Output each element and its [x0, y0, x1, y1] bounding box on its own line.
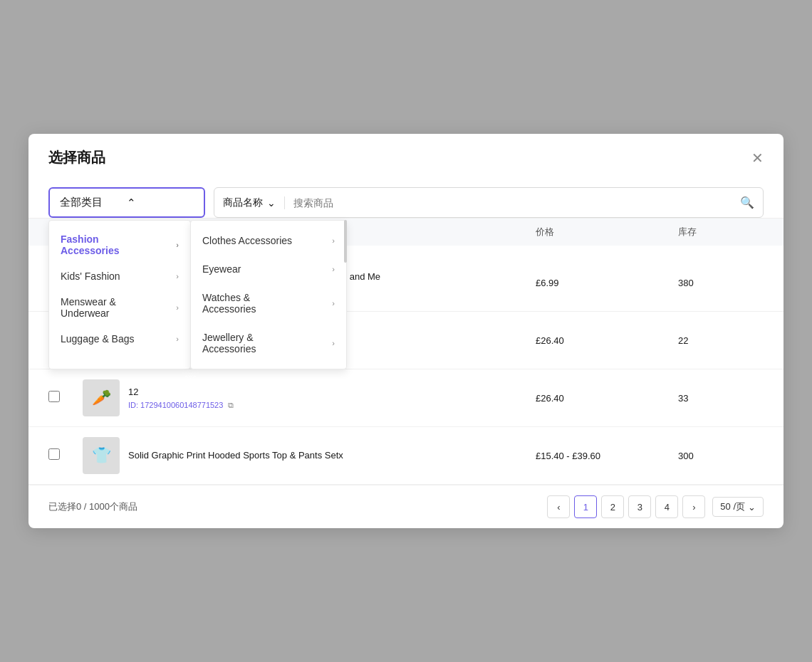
- dropdown-item-label: Watches &Accessories: [202, 292, 256, 315]
- category-dropdown: FashionAccessories › Kids' Fashion › Men…: [48, 220, 347, 369]
- per-page-label: 50 /页: [720, 500, 745, 513]
- search-button[interactable]: 🔍: [740, 196, 754, 209]
- chevron-right-icon: ›: [176, 335, 179, 343]
- category-label: 全部类目: [60, 196, 127, 209]
- dropdown-item-label: Jewellery &Accessories: [202, 332, 256, 354]
- search-type-selector[interactable]: 商品名称 ⌄: [223, 196, 285, 209]
- dropdown-item-clothes-accessories[interactable]: Clothes Accessories ›: [191, 226, 346, 255]
- page-button-3[interactable]: 3: [628, 495, 651, 518]
- page-button-1[interactable]: 1: [574, 495, 597, 518]
- product-stock-2: 22: [678, 335, 764, 346]
- chevron-right-icon: ›: [332, 265, 335, 273]
- product-stock-4: 300: [678, 451, 764, 461]
- product-name-3: 12: [128, 386, 234, 399]
- chevron-right-icon: ›: [176, 272, 179, 280]
- modal-header: 选择商品 ✕: [28, 134, 784, 179]
- product-stock-1: 380: [678, 278, 764, 288]
- dropdown-item-label: Luggage & Bags: [61, 333, 135, 345]
- dropdown-item-label: Clothes Accessories: [202, 235, 292, 246]
- category-select[interactable]: 全部类目 ⌃: [48, 187, 205, 218]
- col-stock: 库存: [678, 226, 764, 238]
- pagination: ‹ 1 2 3 4 › 50 /页 ⌄: [547, 495, 764, 518]
- dropdown-item-menswear[interactable]: Menswear &Underwear ›: [49, 289, 190, 326]
- row-checkbox-4[interactable]: [48, 448, 60, 460]
- row-checkbox-3[interactable]: [48, 391, 60, 402]
- dropdown-level1: FashionAccessories › Kids' Fashion › Men…: [48, 220, 191, 369]
- table-row: 👕 Solid Graphic Print Hooded Sports Top …: [28, 427, 784, 485]
- modal-title: 选择商品: [48, 148, 105, 167]
- dropdown-item-label: Eyewear: [202, 263, 241, 275]
- product-price-4: £15.40 - £39.60: [536, 451, 678, 461]
- chevron-right-icon: ›: [176, 241, 179, 249]
- page-button-2[interactable]: 2: [601, 495, 624, 518]
- modal-overlay: 选择商品 ✕ 全部类目 ⌃ 商品名称 ⌄ 🔍 FashionA: [0, 0, 812, 662]
- search-row: 商品名称 ⌄ 🔍: [214, 187, 764, 218]
- dropdown-item-jewellery[interactable]: Jewellery &Accessories ›: [191, 323, 346, 363]
- dropdown-item-label: Menswear &Underwear: [61, 296, 116, 319]
- dropdown-item-watches[interactable]: Watches &Accessories ›: [191, 283, 346, 323]
- product-info-4: 👕 Solid Graphic Print Hooded Sports Top …: [83, 437, 536, 474]
- product-info-3: 🥕 12 ID: 1729410060148771523 ⧉: [83, 379, 536, 416]
- product-thumb-3: 🥕: [83, 379, 120, 416]
- product-name-4: Solid Graphic Print Hooded Sports Top & …: [128, 449, 343, 462]
- dropdown-item-fashion-accessories[interactable]: FashionAccessories ›: [49, 226, 190, 263]
- modal: 选择商品 ✕ 全部类目 ⌃ 商品名称 ⌄ 🔍 FashionA: [28, 134, 784, 528]
- product-price-1: £6.99: [536, 278, 678, 288]
- dropdown-item-label: Kids' Fashion: [61, 270, 120, 282]
- product-id-3: ID: 1729410060148771523 ⧉: [128, 401, 234, 410]
- col-price: 价格: [536, 226, 678, 238]
- chevron-right-icon: ›: [176, 303, 179, 312]
- page-button-4[interactable]: 4: [655, 495, 678, 518]
- close-button[interactable]: ✕: [751, 151, 764, 165]
- chevron-right-icon: ›: [332, 339, 335, 347]
- chevron-right-icon: ›: [332, 236, 335, 245]
- copy-icon-3[interactable]: ⧉: [228, 401, 234, 410]
- next-page-button[interactable]: ›: [682, 495, 705, 518]
- chevron-down-icon: ⌄: [748, 502, 756, 513]
- filter-row: 全部类目 ⌃ 商品名称 ⌄ 🔍 FashionAccessories ›: [28, 179, 784, 218]
- chevron-up-icon: ⌃: [127, 196, 194, 209]
- dropdown-item-kids-fashion[interactable]: Kids' Fashion ›: [49, 263, 190, 289]
- dropdown-item-luggage[interactable]: Luggage & Bags ›: [49, 326, 190, 352]
- product-price-2: £26.40: [536, 335, 678, 346]
- per-page-selector[interactable]: 50 /页 ⌄: [712, 497, 764, 517]
- product-thumb-4: 👕: [83, 437, 120, 474]
- chevron-down-icon: ⌄: [267, 197, 276, 209]
- chevron-right-icon: ›: [332, 299, 335, 308]
- product-stock-3: 33: [678, 393, 764, 404]
- search-type-label: 商品名称: [223, 196, 263, 209]
- dropdown-level2: Clothes Accessories › Eyewear › Watches …: [190, 220, 347, 369]
- prev-page-button[interactable]: ‹: [547, 495, 570, 518]
- product-price-3: £26.40: [536, 393, 678, 404]
- dropdown-item-label: FashionAccessories: [61, 233, 120, 256]
- table-row: 🥕 12 ID: 1729410060148771523 ⧉ £26.40 33: [28, 369, 784, 427]
- search-input[interactable]: [285, 190, 740, 216]
- modal-footer: 已选择0 / 1000个商品 ‹ 1 2 3 4 › 50 /页 ⌄: [28, 485, 784, 528]
- selected-count: 已选择0 / 1000个商品: [48, 500, 137, 513]
- dropdown-item-eyewear[interactable]: Eyewear ›: [191, 255, 346, 283]
